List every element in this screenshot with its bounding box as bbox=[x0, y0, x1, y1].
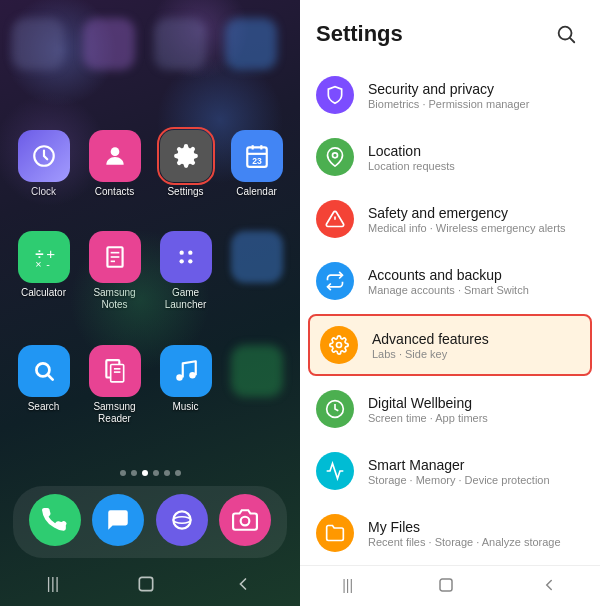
svg-point-29 bbox=[241, 517, 250, 526]
settings-nav-menu[interactable]: ||| bbox=[342, 577, 353, 593]
svg-point-36 bbox=[337, 343, 342, 348]
music-icon bbox=[160, 345, 212, 397]
settings-item-accounts[interactable]: Accounts and backup Manage accounts · Sm… bbox=[300, 250, 600, 312]
svg-point-26 bbox=[189, 372, 196, 379]
files-text: My Files Recent files · Storage · Analyz… bbox=[368, 519, 584, 548]
svg-point-15 bbox=[179, 251, 183, 255]
contacts-label: Contacts bbox=[95, 186, 134, 198]
samsung-notes-label: Samsung Notes bbox=[83, 287, 146, 311]
search-app-label: Search bbox=[28, 401, 60, 413]
clock-icon bbox=[18, 130, 70, 182]
advanced-title: Advanced features bbox=[372, 331, 580, 347]
dock-camera[interactable] bbox=[219, 494, 271, 546]
blurred-top-icon-2 bbox=[83, 18, 135, 70]
smart-icon bbox=[316, 452, 354, 490]
blurred-top-icon-4 bbox=[225, 18, 277, 70]
page-dot-1[interactable] bbox=[120, 470, 126, 476]
settings-item-files[interactable]: My Files Recent files · Storage · Analyz… bbox=[300, 502, 600, 564]
page-indicators bbox=[8, 460, 292, 486]
safety-icon bbox=[316, 200, 354, 238]
svg-rect-30 bbox=[140, 577, 153, 590]
app-clock[interactable]: Clock bbox=[12, 130, 75, 223]
page-dot-5[interactable] bbox=[164, 470, 170, 476]
accounts-title: Accounts and backup bbox=[368, 267, 584, 283]
app-blurred-2 bbox=[225, 345, 288, 450]
settings-item-smart[interactable]: Smart Manager Storage · Memory · Device … bbox=[300, 440, 600, 502]
nav-home-icon[interactable] bbox=[136, 574, 156, 594]
smart-subtitle: Storage · Memory · Device protection bbox=[368, 474, 584, 486]
svg-text:×: × bbox=[35, 258, 41, 270]
app-game-launcher[interactable]: Game Launcher bbox=[154, 231, 217, 336]
location-text: Location Location requests bbox=[368, 143, 584, 172]
location-icon bbox=[316, 138, 354, 176]
settings-nav-back[interactable] bbox=[540, 576, 558, 594]
app-blurred-1 bbox=[225, 231, 288, 336]
advanced-text: Advanced features Labs · Side key bbox=[372, 331, 580, 360]
settings-panel: Settings Security and privacy Biometrics… bbox=[300, 0, 600, 606]
settings-nav-home[interactable] bbox=[437, 576, 455, 594]
calculator-icon: ÷ × + - bbox=[18, 231, 70, 283]
security-text: Security and privacy Biometrics · Permis… bbox=[368, 81, 584, 110]
settings-item-safety[interactable]: Safety and emergency Medical info · Wire… bbox=[300, 188, 600, 250]
dock-samsung-app[interactable] bbox=[156, 494, 208, 546]
accounts-subtitle: Manage accounts · Smart Switch bbox=[368, 284, 584, 296]
security-title: Security and privacy bbox=[368, 81, 584, 97]
settings-item-advanced[interactable]: Advanced features Labs · Side key bbox=[308, 314, 592, 376]
page-dot-3[interactable] bbox=[142, 470, 148, 476]
samsung-reader-icon bbox=[89, 345, 141, 397]
settings-search-button[interactable] bbox=[548, 16, 584, 52]
location-title: Location bbox=[368, 143, 584, 159]
contacts-icon bbox=[89, 130, 141, 182]
digital-icon bbox=[316, 390, 354, 428]
app-contacts[interactable]: Contacts bbox=[83, 130, 146, 223]
security-icon bbox=[316, 76, 354, 114]
digital-subtitle: Screen time · App timers bbox=[368, 412, 584, 424]
page-dot-4[interactable] bbox=[153, 470, 159, 476]
svg-point-28 bbox=[173, 517, 190, 524]
settings-item-security[interactable]: Security and privacy Biometrics · Permis… bbox=[300, 64, 600, 126]
svg-point-18 bbox=[188, 259, 192, 263]
svg-rect-37 bbox=[440, 579, 452, 591]
app-samsung-notes[interactable]: Samsung Notes bbox=[83, 231, 146, 336]
nav-menu-icon[interactable]: ||| bbox=[47, 575, 59, 593]
safety-text: Safety and emergency Medical info · Wire… bbox=[368, 205, 584, 234]
nav-back-icon[interactable] bbox=[233, 574, 253, 594]
settings-item-digital[interactable]: Digital Wellbeing Screen time · App time… bbox=[300, 378, 600, 440]
app-dock bbox=[13, 486, 287, 558]
game-launcher-icon bbox=[160, 231, 212, 283]
page-dot-2[interactable] bbox=[131, 470, 137, 476]
app-calculator[interactable]: ÷ × + - Calculator bbox=[12, 231, 75, 336]
svg-text:-: - bbox=[46, 258, 50, 270]
calendar-label: Calendar bbox=[236, 186, 277, 198]
app-music[interactable]: Music bbox=[154, 345, 217, 450]
samsung-reader-label: Samsung Reader bbox=[83, 401, 146, 425]
samsung-notes-icon bbox=[89, 231, 141, 283]
dock-phone[interactable] bbox=[29, 494, 81, 546]
calculator-label: Calculator bbox=[21, 287, 66, 299]
phone-screen: Clock Contacts Settings bbox=[0, 0, 300, 606]
settings-item-location[interactable]: Location Location requests bbox=[300, 126, 600, 188]
blurred-app-icon-1 bbox=[231, 231, 283, 283]
svg-text:23: 23 bbox=[252, 156, 262, 166]
blurred-app-icon-2 bbox=[231, 345, 283, 397]
app-search[interactable]: Search bbox=[12, 345, 75, 450]
dock-messages[interactable] bbox=[92, 494, 144, 546]
svg-point-33 bbox=[333, 153, 338, 158]
settings-label: Settings bbox=[167, 186, 203, 198]
app-samsung-reader[interactable]: Samsung Reader bbox=[83, 345, 146, 450]
files-title: My Files bbox=[368, 519, 584, 535]
settings-header: Settings bbox=[300, 0, 600, 60]
search-app-icon bbox=[18, 345, 70, 397]
smart-title: Smart Manager bbox=[368, 457, 584, 473]
svg-point-17 bbox=[179, 259, 183, 263]
digital-title: Digital Wellbeing bbox=[368, 395, 584, 411]
accounts-icon bbox=[316, 262, 354, 300]
svg-line-32 bbox=[570, 38, 574, 42]
page-dot-6[interactable] bbox=[175, 470, 181, 476]
clock-label: Clock bbox=[31, 186, 56, 198]
advanced-icon bbox=[320, 326, 358, 364]
safety-subtitle: Medical info · Wireless emergency alerts bbox=[368, 222, 584, 234]
app-calendar[interactable]: 23 Calendar bbox=[225, 130, 288, 223]
blurred-top-icon-3 bbox=[154, 18, 206, 70]
app-settings[interactable]: Settings bbox=[154, 130, 217, 223]
